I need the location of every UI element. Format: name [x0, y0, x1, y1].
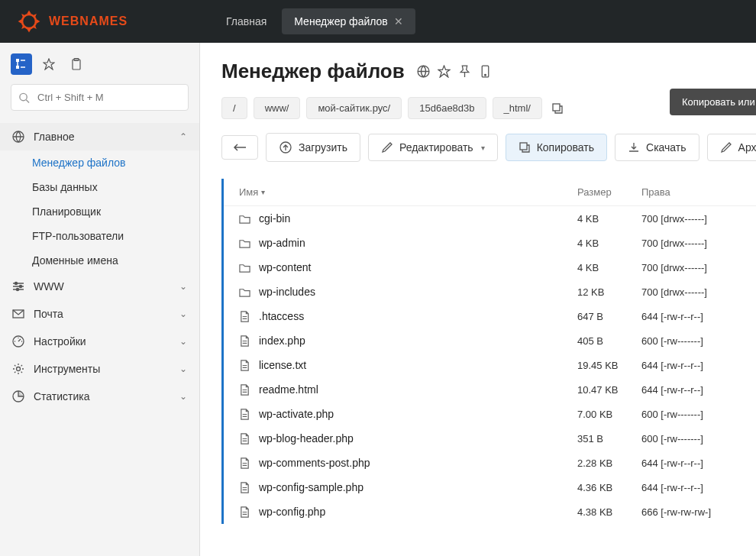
logo[interactable]: WEBNAMES [15, 8, 214, 35]
close-icon[interactable]: ✕ [394, 15, 403, 27]
pie-icon [12, 390, 26, 402]
table-row[interactable]: wp-content4 KB700 [drwx------] [224, 255, 756, 280]
file-name: wp-content [259, 261, 311, 273]
breadcrumb-segment[interactable]: мой-сайтик.рус/ [306, 97, 402, 119]
table-row[interactable]: wp-config-sample.php4.36 KB644 [-rw-r--r… [224, 475, 756, 499]
gear-icon [12, 363, 26, 375]
file-icon [239, 506, 251, 518]
file-icon [239, 335, 251, 347]
file-size: 405 B [577, 335, 641, 347]
toolbar: Загрузить Редактировать ▾ Копировать Ска… [221, 133, 756, 162]
col-perm-header[interactable]: Права [641, 186, 741, 198]
sidebar-section-WWW[interactable]: WWW⌄ [0, 273, 199, 300]
top-tab[interactable]: Главная [214, 8, 279, 34]
table-row[interactable]: cgi-bin4 KB700 [drwx------] [224, 206, 756, 231]
chevron-icon: ⌄ [179, 309, 187, 319]
breadcrumb-segment[interactable]: _html/ [493, 97, 542, 119]
file-perm: 644 [-rw-r--r--] [641, 457, 741, 469]
breadcrumb-segment[interactable]: 15d6ae8d3b [408, 97, 486, 119]
download-icon [628, 141, 640, 154]
clipboard-icon[interactable] [66, 53, 87, 75]
sidebar-section-Инструменты[interactable]: Инструменты⌄ [0, 355, 199, 383]
sliders-icon [12, 280, 26, 293]
col-name-header[interactable]: Имя ▾ [239, 186, 577, 198]
sidebar-item[interactable]: Базы данных [0, 175, 199, 199]
breadcrumb-segment[interactable]: www/ [254, 97, 301, 119]
tooltip: Копировать или переместить файлы [670, 89, 756, 115]
copy-button[interactable]: Копировать [506, 134, 607, 161]
phone-icon[interactable] [479, 65, 492, 78]
folder-icon [239, 213, 251, 225]
table-row[interactable]: .htaccess647 B644 [-rw-r--r--] [224, 304, 756, 328]
gauge-icon [12, 335, 26, 348]
sidebar-item[interactable]: Доменные имена [0, 248, 199, 273]
archive-button[interactable]: Архив [707, 134, 756, 161]
folder-icon [239, 286, 251, 298]
sidebar-section-Главное[interactable]: Главное⌃ [0, 123, 199, 150]
table-row[interactable]: wp-comments-post.php2.28 KB644 [-rw-r--r… [224, 451, 756, 475]
sidebar-item[interactable]: Менеджер файлов [0, 150, 199, 175]
table-row[interactable]: wp-blog-header.php351 B600 [-rw-------] [224, 426, 756, 451]
folder-icon [239, 262, 251, 273]
star-outline-icon[interactable] [438, 65, 451, 78]
upload-button[interactable]: Загрузить [266, 133, 360, 162]
table-row[interactable]: license.txt19.45 KB644 [-rw-r--r--] [224, 353, 756, 377]
svg-rect-2 [16, 66, 19, 69]
tree-view-icon[interactable] [11, 53, 32, 75]
file-perm: 600 [-rw-------] [641, 335, 741, 347]
page-title: Менеджер файлов [221, 60, 405, 83]
svg-point-12 [17, 367, 21, 371]
file-name: wp-config.php [259, 506, 325, 518]
table-row[interactable]: wp-includes12 KB700 [drwx------] [224, 280, 756, 304]
upload-label: Загрузить [299, 141, 347, 154]
file-icon [239, 482, 251, 493]
table-row[interactable]: wp-admin4 KB700 [drwx------] [224, 231, 756, 255]
file-size: 4 KB [577, 213, 641, 225]
pencil-icon [381, 141, 393, 154]
sidebar-item[interactable]: Планировщик [0, 199, 199, 224]
top-tab[interactable]: Менеджер файлов✕ [282, 8, 415, 34]
pin-icon[interactable] [458, 65, 471, 78]
file-name: wp-activate.php [259, 408, 334, 420]
file-perm: 700 [drwx------] [641, 213, 741, 225]
copy-path-icon[interactable] [551, 102, 564, 115]
file-perm: 644 [-rw-r--r--] [641, 360, 741, 371]
file-size: 10.47 KB [577, 384, 641, 396]
sidebar-item[interactable]: FTP-пользователи [0, 224, 199, 248]
table-row[interactable]: wp-config.php4.38 KB666 [-rw-rw-rw-] [224, 499, 756, 524]
edit-button[interactable]: Редактировать ▾ [368, 134, 498, 161]
title-action-icons [417, 65, 492, 78]
table-row[interactable]: wp-activate.php7.00 KB600 [-rw-------] [224, 402, 756, 426]
table-row[interactable]: readme.html10.47 KB644 [-rw-r--r--] [224, 377, 756, 402]
svg-point-0 [22, 15, 36, 28]
sidebar-section-Почта[interactable]: Почта⌄ [0, 300, 199, 328]
file-icon [239, 360, 251, 371]
chevron-down-icon: ▾ [481, 144, 485, 152]
file-size: 647 B [577, 311, 641, 322]
svg-point-5 [20, 93, 27, 100]
chevron-icon: ⌄ [179, 391, 187, 402]
copy-label: Копировать [537, 141, 594, 154]
col-size-header[interactable]: Размер [577, 186, 641, 198]
globe-icon[interactable] [417, 65, 430, 78]
download-button[interactable]: Скачать [615, 134, 699, 161]
tab-label: Менеджер файлов [294, 15, 388, 27]
search-input[interactable] [11, 84, 189, 111]
svg-rect-1 [16, 59, 19, 62]
sidebar-section-Статистика[interactable]: Статистика⌄ [0, 383, 199, 410]
svg-point-16 [484, 74, 486, 76]
svg-point-9 [17, 289, 19, 291]
sidebar-menu: Главное⌃Менеджер файловБазы данныхПланир… [0, 123, 199, 410]
file-icon [239, 311, 251, 322]
file-name: license.txt [259, 359, 306, 371]
file-perm: 666 [-rw-rw-rw-] [641, 506, 741, 518]
chevron-icon: ⌄ [179, 336, 187, 347]
star-icon[interactable] [38, 53, 60, 75]
breadcrumb-segment[interactable]: / [221, 97, 247, 119]
file-name: cgi-bin [259, 212, 290, 225]
file-size: 2.28 KB [577, 457, 641, 469]
main-content: Копировать или переместить файлы Менедже… [200, 43, 756, 556]
back-button[interactable] [221, 135, 258, 160]
table-row[interactable]: index.php405 B600 [-rw-------] [224, 328, 756, 353]
sidebar-section-Настройки[interactable]: Настройки⌄ [0, 328, 199, 355]
